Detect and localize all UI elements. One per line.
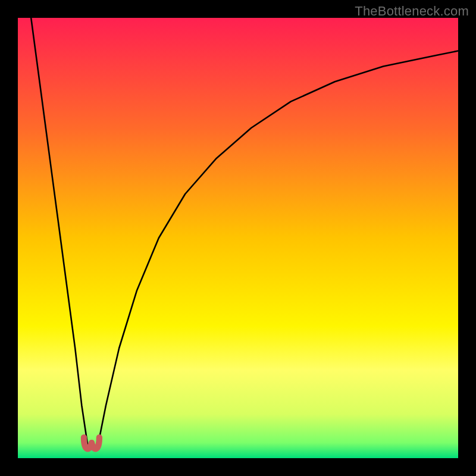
curve-layer [18,18,458,458]
min-marker [84,437,99,449]
curve-right-branch [97,51,458,450]
curve-left-branch [31,18,88,449]
chart-frame: TheBottleneck.com [0,0,476,476]
plot-area [18,18,458,458]
watermark-text: TheBottleneck.com [355,4,469,19]
